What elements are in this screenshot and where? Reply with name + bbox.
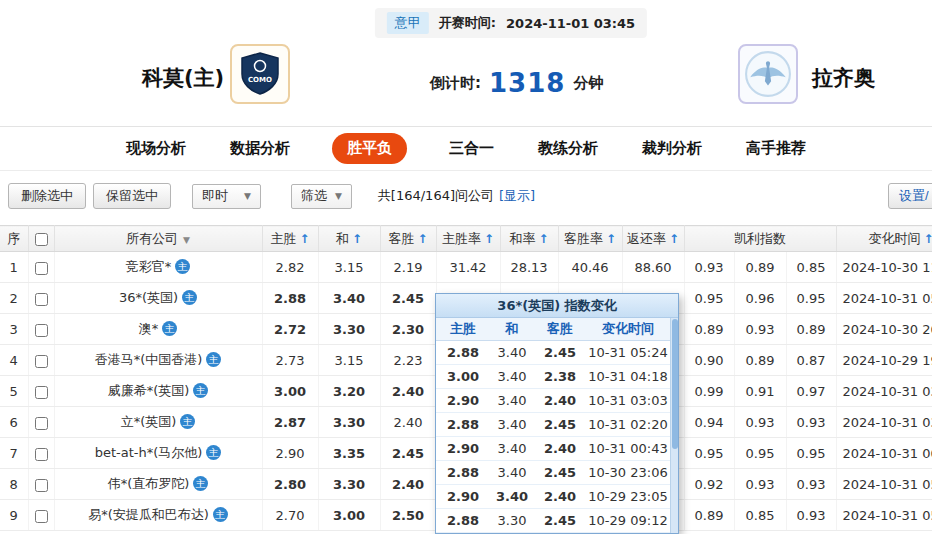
- popup-scrollbar[interactable]: [670, 318, 678, 533]
- popup-row: 2.883.402.4510-31 05:24: [436, 340, 670, 364]
- kelly-value: 0.87: [786, 345, 836, 376]
- row-checkbox[interactable]: [35, 386, 48, 399]
- row-checkbox[interactable]: [35, 293, 48, 306]
- tab-现场分析[interactable]: 现场分析: [124, 133, 188, 164]
- col-draw-rate[interactable]: 和率↑: [500, 226, 558, 252]
- popup-home-odds: 2.90: [436, 484, 490, 508]
- countdown-unit: 分钟: [573, 74, 603, 93]
- change-time: 2024-10-31 05:25: [836, 283, 932, 314]
- popup-change-time: 10-29 23:05: [586, 484, 670, 508]
- col-home-rate[interactable]: 主胜率↑: [436, 226, 500, 252]
- company-filter-caret-icon: ▼: [183, 235, 190, 245]
- tab-数据分析[interactable]: 数据分析: [228, 133, 292, 164]
- popup-home-odds: 2.88: [436, 460, 490, 484]
- popup-row: 2.903.402.4010-31 03:03: [436, 388, 670, 412]
- company-name[interactable]: 伟*(直布罗陀)主: [54, 469, 262, 500]
- tab-裁判分析[interactable]: 裁判分析: [640, 133, 704, 164]
- col-return-rate[interactable]: 返还率↑: [622, 226, 684, 252]
- col-kelly-index[interactable]: 凯利指数: [684, 226, 836, 252]
- filter-dropdown[interactable]: 筛选 ▼: [291, 184, 352, 209]
- kelly-value: 0.91: [734, 376, 786, 407]
- row-checkbox[interactable]: [35, 355, 48, 368]
- away-odds: 2.40: [380, 469, 436, 500]
- primary-badge-icon: 主: [175, 259, 190, 274]
- company-name[interactable]: 立*(英国)主: [54, 407, 262, 438]
- kelly-value: 0.93: [786, 469, 836, 500]
- popup-table: 主胜 和 客胜 变化时间 2.883.402.4510-31 05:243.00…: [436, 318, 670, 533]
- show-link[interactable]: [显示]: [499, 188, 535, 203]
- away-rate: 40.46: [558, 252, 622, 283]
- countdown-value: 1318: [489, 68, 565, 98]
- kelly-value: 0.92: [684, 469, 734, 500]
- popup-col-draw: 和: [490, 318, 534, 340]
- col-company[interactable]: 所有公司▼: [54, 226, 262, 252]
- col-company-label: 所有公司: [126, 231, 178, 246]
- home-odds: 2.88: [262, 283, 318, 314]
- popup-home-odds: 2.88: [436, 508, 490, 532]
- tabs-bar: 现场分析数据分析胜平负三合一教练分析裁判分析高手推荐: [0, 127, 932, 171]
- delete-selected-button[interactable]: 删除选中: [8, 183, 86, 209]
- row-checkbox-cell: [28, 407, 54, 438]
- lazio-crest-icon: [744, 50, 792, 98]
- kelly-value: 0.93: [734, 314, 786, 345]
- popup-row: 2.883.402.4510-31 02:20: [436, 412, 670, 436]
- kelly-value: 0.85: [786, 252, 836, 283]
- company-name[interactable]: 竞彩官*主: [54, 252, 262, 283]
- league-badge: 意甲: [387, 12, 429, 34]
- home-odds: 2.73: [262, 345, 318, 376]
- company-name[interactable]: bet-at-h*(马尔他)主: [54, 438, 262, 469]
- home-odds: 2.82: [262, 252, 318, 283]
- row-checkbox-cell: [28, 500, 54, 531]
- change-time: 2024-10-31 03:20: [836, 407, 932, 438]
- draw-odds: 3.35: [318, 438, 380, 469]
- kelly-value: 0.93: [734, 469, 786, 500]
- popup-title: 36*(英国) 指数变化: [436, 294, 678, 318]
- instant-dropdown[interactable]: 即时 ▼: [192, 184, 261, 209]
- tab-胜平负[interactable]: 胜平负: [332, 133, 407, 164]
- popup-draw-odds: 3.30: [490, 508, 534, 532]
- company-count-value: 共[164/164]间公司: [378, 188, 494, 203]
- company-name[interactable]: 36*(英国)主: [54, 283, 262, 314]
- col-away-odds[interactable]: 客胜↑: [380, 226, 436, 252]
- settings-button[interactable]: 设置/: [888, 183, 932, 209]
- popup-row: 2.883.402.4510-30 23:06: [436, 460, 670, 484]
- row-checkbox[interactable]: [35, 448, 48, 461]
- kelly-value: 0.89: [786, 314, 836, 345]
- popup-away-odds: 2.45: [534, 508, 586, 532]
- popup-home-odds: 2.88: [436, 412, 490, 436]
- kelly-value: 0.89: [734, 252, 786, 283]
- col-away-rate[interactable]: 客胜率↑: [558, 226, 622, 252]
- row-checkbox[interactable]: [35, 417, 48, 430]
- tab-教练分析[interactable]: 教练分析: [536, 133, 600, 164]
- keep-selected-button[interactable]: 保留选中: [93, 183, 171, 209]
- row-checkbox-cell: [28, 314, 54, 345]
- company-name[interactable]: 威廉希*(英国)主: [54, 376, 262, 407]
- row-seq: 5: [0, 376, 28, 407]
- tab-三合一[interactable]: 三合一: [447, 133, 496, 164]
- change-time: 2024-10-31 05:34: [836, 469, 932, 500]
- row-seq: 6: [0, 407, 28, 438]
- select-all-checkbox[interactable]: [35, 233, 48, 246]
- draw-odds: 3.30: [318, 469, 380, 500]
- col-change-time[interactable]: 变化时间↑: [836, 226, 932, 252]
- popup-change-time: 10-30 23:06: [586, 460, 670, 484]
- col-select-all: [28, 226, 54, 252]
- tab-高手推荐[interactable]: 高手推荐: [744, 133, 808, 164]
- col-home-odds[interactable]: 主胜↑: [262, 226, 318, 252]
- company-name[interactable]: 易*(安提瓜和巴布达)主: [54, 500, 262, 531]
- table-row: 1竞彩官*主2.823.152.1931.4228.1340.4688.600.…: [0, 252, 932, 283]
- row-seq: 3: [0, 314, 28, 345]
- row-checkbox[interactable]: [35, 324, 48, 337]
- draw-odds: 3.00: [318, 500, 380, 531]
- kelly-value: 0.93: [734, 407, 786, 438]
- company-name[interactable]: 澳*主: [54, 314, 262, 345]
- row-checkbox[interactable]: [35, 479, 48, 492]
- popup-row: 3.003.402.3810-31 04:18: [436, 364, 670, 388]
- kelly-value: 0.95: [734, 438, 786, 469]
- row-seq: 1: [0, 252, 28, 283]
- col-draw-odds[interactable]: 和↑: [318, 226, 380, 252]
- row-checkbox[interactable]: [35, 510, 48, 523]
- scrollbar-thumb[interactable]: [672, 319, 678, 449]
- row-checkbox[interactable]: [35, 262, 48, 275]
- company-name[interactable]: 香港马*(中国香港)主: [54, 345, 262, 376]
